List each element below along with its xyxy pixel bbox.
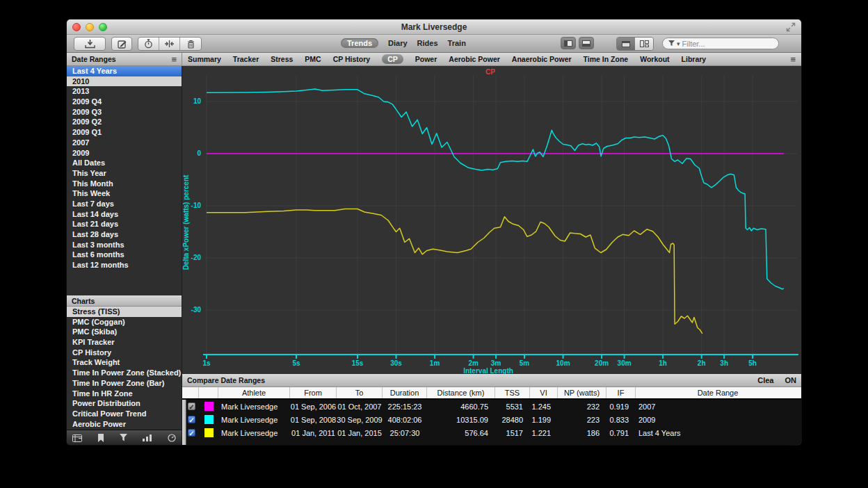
chart-item[interactable]: Aerobic Power xyxy=(67,419,182,430)
tab-workout[interactable]: Workout xyxy=(640,55,669,63)
bottombar-toggle-icon xyxy=(582,40,590,47)
mode-trends[interactable]: Trends xyxy=(341,38,378,48)
row-checkbox[interactable]: ✓ xyxy=(188,429,195,437)
main-toolbar: Trends Diary Rides Train xyxy=(67,35,801,53)
table-cell: 2007 xyxy=(636,400,800,413)
chart-item[interactable]: PMC (Skiba) xyxy=(67,327,182,337)
row-checkbox[interactable]: ✓ xyxy=(188,402,195,410)
compose-icon xyxy=(118,40,127,49)
tab-time-in-zone[interactable]: Time In Zone xyxy=(584,55,629,63)
date-range-item[interactable]: This Week xyxy=(67,188,182,199)
manual-entry-button[interactable] xyxy=(111,37,132,51)
stopwatch-button[interactable] xyxy=(138,38,159,50)
chart-item[interactable]: Stress (TISS) xyxy=(67,307,182,317)
title-bar: Mark Liversedge xyxy=(67,19,801,35)
filter-icon[interactable] xyxy=(120,434,127,441)
date-range-item[interactable]: This Year xyxy=(67,168,182,179)
svg-text:30m: 30m xyxy=(618,359,632,367)
chart-item[interactable]: Power Distribution xyxy=(67,398,182,409)
compare-clear-button[interactable]: Clea xyxy=(757,376,773,384)
sidebar: Last 4 Years201020132009 Q42009 Q32009 Q… xyxy=(67,66,182,445)
date-range-item[interactable]: 2009 Q3 xyxy=(67,107,182,117)
layout-tiled-button[interactable] xyxy=(635,38,653,50)
tab-cp[interactable]: CP xyxy=(382,54,403,64)
date-range-item[interactable]: 2009 Q4 xyxy=(67,97,182,107)
chart-item[interactable]: KPI Tracker xyxy=(67,337,182,348)
table-cell: 5531 xyxy=(495,400,530,413)
compare-on-button[interactable]: ON xyxy=(785,376,797,384)
trash-icon xyxy=(187,40,195,49)
tab-aerobic-power[interactable]: Aerobic Power xyxy=(449,55,500,63)
toggle-bottombar-button[interactable] xyxy=(579,37,594,49)
compare-table-header: AthleteFromToDurationDistance (km)TSSVIN… xyxy=(182,387,801,400)
compare-scrollbar[interactable] xyxy=(182,400,186,445)
filter-input[interactable]: ▾ Filter... xyxy=(662,38,779,49)
tab-cp-history[interactable]: CP History xyxy=(333,55,371,63)
date-ranges-header: Date Ranges ≡ xyxy=(67,53,182,66)
date-range-item[interactable]: 2010 xyxy=(67,76,182,87)
tab-anaerobic-power[interactable]: Anaerobic Power xyxy=(512,55,572,63)
mode-diary[interactable]: Diary xyxy=(388,39,408,47)
table-cell: Mark Liversedge xyxy=(218,426,290,439)
gauge-icon[interactable] xyxy=(168,434,176,442)
chart-item[interactable]: CP History xyxy=(67,348,182,358)
date-range-item[interactable]: This Month xyxy=(67,179,182,189)
filter-dropdown-arrow[interactable]: ▾ xyxy=(677,40,680,47)
date-range-item[interactable]: 2009 Q1 xyxy=(67,127,182,138)
chart-item[interactable]: Critical Power Trend xyxy=(67,409,182,419)
series-color-swatch xyxy=(204,415,214,424)
date-ranges-menu-icon[interactable]: ≡ xyxy=(171,55,177,64)
calendar-icon[interactable] xyxy=(72,434,82,442)
date-range-item[interactable]: Last 4 Years xyxy=(67,66,182,76)
row-checkbox[interactable]: ✓ xyxy=(188,416,195,423)
toggle-sidebar-button[interactable] xyxy=(561,37,576,49)
import-activity-button[interactable] xyxy=(74,37,106,51)
fullscreen-icon[interactable] xyxy=(786,22,796,32)
tab-power[interactable]: Power xyxy=(415,55,437,63)
mode-rides[interactable]: Rides xyxy=(417,39,438,47)
date-range-item[interactable]: Last 7 days xyxy=(67,199,182,209)
svg-text:10: 10 xyxy=(193,97,202,105)
table-cell: 1.199 xyxy=(530,413,558,426)
table-cell: Last 4 Years xyxy=(636,426,800,439)
tab-summary[interactable]: Summary xyxy=(188,55,221,63)
date-range-item[interactable]: Last 12 months xyxy=(67,260,182,270)
date-range-item[interactable]: 2013 xyxy=(67,86,182,97)
split-activity-button[interactable] xyxy=(159,38,180,50)
svg-text:1m: 1m xyxy=(430,359,440,367)
svg-text:0: 0 xyxy=(197,149,201,157)
chart-item[interactable]: Time In Power Zone (Stacked) xyxy=(67,368,182,378)
date-range-item[interactable]: Last 3 months xyxy=(67,240,182,250)
layout-single-button[interactable] xyxy=(617,38,635,50)
delete-activity-button[interactable] xyxy=(180,38,201,50)
compare-pane: Compare Date Ranges Clea ON AthleteFromT… xyxy=(182,374,801,445)
table-cell: Mark Liversedge xyxy=(218,400,290,413)
chart-bars-icon[interactable] xyxy=(143,434,152,441)
svg-text:Interval Length: Interval Length xyxy=(463,367,513,374)
svg-text:5m: 5m xyxy=(520,359,530,367)
column-header: From xyxy=(290,387,337,398)
table-cell: 01 Oct, 2007 xyxy=(337,400,383,413)
date-range-item[interactable]: All Dates xyxy=(67,158,182,168)
tab-library[interactable]: Library xyxy=(682,55,707,63)
date-range-item[interactable]: Last 14 days xyxy=(67,209,182,220)
color-cell xyxy=(199,413,218,426)
date-range-item[interactable]: Last 21 days xyxy=(67,219,182,229)
chart-item[interactable]: Track Weight xyxy=(67,357,182,368)
svg-text:-30: -30 xyxy=(191,306,202,314)
tab-tracker[interactable]: Tracker xyxy=(233,55,259,63)
chart-item[interactable]: Time In HR Zone xyxy=(67,389,182,399)
date-range-item[interactable]: Last 6 months xyxy=(67,250,182,260)
tab-pmc[interactable]: PMC xyxy=(305,55,321,63)
date-range-item[interactable]: 2009 Q2 xyxy=(67,117,182,127)
date-range-item[interactable]: 2009 xyxy=(67,148,182,158)
table-cell: 25:07:30 xyxy=(383,426,427,439)
chart-item[interactable]: PMC (Coggan) xyxy=(67,317,182,327)
date-range-item[interactable]: 2007 xyxy=(67,138,182,148)
date-range-item[interactable]: Last 28 days xyxy=(67,229,182,240)
tab-stress[interactable]: Stress xyxy=(271,55,293,63)
mode-train[interactable]: Train xyxy=(448,39,466,47)
chart-menu-icon[interactable]: ≡ xyxy=(790,55,796,64)
chart-item[interactable]: Time In Power Zone (Bar) xyxy=(67,378,182,389)
bookmark-icon[interactable] xyxy=(97,434,104,442)
